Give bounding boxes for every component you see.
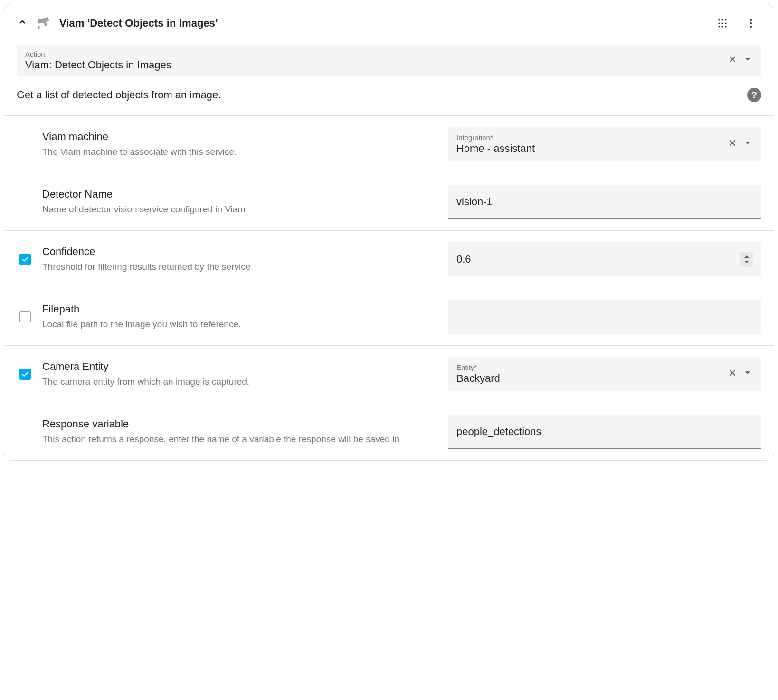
field-desc: The camera entity from which an image is…	[42, 376, 430, 388]
camera-entity-checkbox[interactable]	[19, 369, 31, 380]
text-input[interactable]	[456, 196, 753, 208]
chevron-down-icon[interactable]	[742, 138, 753, 151]
field-desc: The Viam machine to associate with this …	[42, 146, 430, 159]
action-card: Viam 'Detect Objects in Images' Action V…	[4, 4, 774, 461]
field-title: Filepath	[42, 303, 430, 315]
control-label: Entity*	[456, 363, 727, 371]
field-filepath: Filepath Local file path to the image yo…	[4, 288, 774, 346]
filepath-checkbox[interactable]	[19, 311, 31, 322]
svg-point-2	[721, 19, 723, 20]
more-vert-icon[interactable]	[740, 13, 761, 34]
help-icon[interactable]: ?	[747, 88, 761, 102]
svg-point-8	[721, 26, 723, 27]
integration-select[interactable]: Integration* Home - assistant	[448, 127, 761, 161]
field-desc: This action returns a response, enter th…	[42, 433, 430, 446]
confidence-input[interactable]	[448, 242, 761, 276]
apps-icon[interactable]	[712, 13, 733, 34]
field-confidence: Confidence Threshold for filtering resul…	[4, 231, 774, 288]
collapse-icon[interactable]	[17, 17, 28, 30]
text-input[interactable]	[456, 311, 753, 323]
svg-point-4	[718, 22, 720, 24]
svg-point-9	[725, 26, 726, 27]
field-title: Response variable	[42, 418, 430, 430]
camera-icon	[36, 14, 52, 33]
svg-point-11	[750, 22, 752, 24]
svg-rect-0	[38, 26, 40, 29]
chevron-down-icon[interactable]	[742, 368, 753, 380]
field-title: Viam machine	[42, 131, 430, 143]
field-camera-entity: Camera Entity The camera entity from whi…	[4, 346, 774, 403]
control-value: Home - assistant	[456, 142, 535, 154]
svg-point-12	[750, 26, 752, 28]
field-viam-machine: Viam machine The Viam machine to associa…	[4, 116, 774, 173]
confidence-checkbox[interactable]	[19, 254, 31, 265]
card-header: Viam 'Detect Objects in Images'	[4, 4, 774, 45]
svg-point-1	[718, 19, 720, 20]
action-value: Viam: Detect Objects in Images	[25, 59, 171, 71]
response-variable-input[interactable]	[448, 415, 761, 449]
clear-icon[interactable]	[727, 54, 738, 67]
svg-point-3	[725, 19, 726, 20]
field-desc: Threshold for filtering results returned…	[42, 261, 430, 274]
description-row: Get a list of detected objects from an i…	[4, 76, 774, 116]
svg-point-7	[718, 26, 720, 27]
svg-point-5	[721, 22, 723, 24]
number-input[interactable]	[456, 253, 740, 265]
svg-point-6	[725, 22, 726, 24]
clear-icon[interactable]	[727, 368, 738, 380]
field-response-variable: Response variable This action returns a …	[4, 403, 774, 460]
chevron-down-icon[interactable]	[742, 54, 753, 67]
detector-name-input[interactable]	[448, 185, 761, 219]
field-title: Camera Entity	[42, 360, 430, 373]
field-desc: Name of detector vision service configur…	[42, 203, 430, 216]
control-value: Backyard	[456, 372, 500, 384]
control-label: Integration*	[456, 133, 727, 142]
filepath-input[interactable]	[448, 300, 761, 334]
action-select[interactable]: Action Viam: Detect Objects in Images	[17, 45, 761, 76]
field-desc: Local file path to the image you wish to…	[42, 318, 430, 331]
entity-select[interactable]: Entity* Backyard	[448, 357, 761, 391]
card-title: Viam 'Detect Objects in Images'	[59, 17, 704, 29]
number-stepper[interactable]	[740, 252, 753, 267]
clear-icon[interactable]	[727, 138, 738, 151]
svg-point-10	[750, 19, 752, 21]
field-title: Detector Name	[42, 188, 430, 200]
field-title: Confidence	[42, 246, 430, 258]
text-input[interactable]	[456, 426, 753, 438]
action-label: Action	[25, 50, 727, 58]
field-detector-name: Detector Name Name of detector vision se…	[4, 173, 774, 231]
description-text: Get a list of detected objects from an i…	[17, 89, 747, 101]
